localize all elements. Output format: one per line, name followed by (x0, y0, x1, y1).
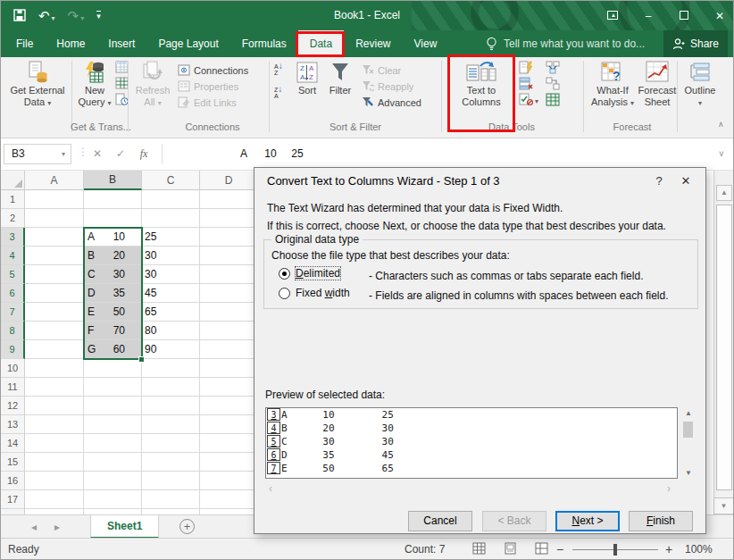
cell-C9[interactable]: 90 (142, 340, 200, 359)
cell[interactable] (142, 190, 200, 209)
advanced-filter-button[interactable]: Advanced (362, 95, 421, 110)
cell[interactable] (25, 284, 84, 303)
cell[interactable] (84, 434, 142, 453)
cell[interactable] (142, 434, 200, 453)
cell[interactable] (25, 453, 84, 472)
collapse-ribbon-button[interactable]: ∧ (718, 120, 724, 129)
share-button[interactable]: Share (663, 30, 728, 57)
vertical-scrollbar[interactable]: ▲ (713, 171, 734, 514)
cell-B3[interactable]: A10 (84, 228, 142, 247)
cell[interactable] (84, 453, 142, 472)
cell[interactable] (84, 472, 142, 490)
cell[interactable] (200, 228, 258, 247)
new-query-button[interactable]: New Query ▾ (74, 59, 115, 118)
forecast-sheet-button[interactable]: Forecast Sheet (637, 59, 678, 118)
sort-descending-button[interactable]: Z↓ A (274, 86, 282, 99)
cell[interactable] (200, 322, 258, 340)
cell[interactable] (25, 434, 84, 453)
redo-button[interactable]: ↷▾ (68, 9, 85, 22)
cell-B4[interactable]: B20 (84, 247, 142, 265)
close-button[interactable]: ✕ (712, 10, 728, 22)
preview-scroll-thumb[interactable] (683, 422, 693, 438)
zoom-in-button[interactable]: + (665, 539, 672, 560)
row-header-7[interactable]: 7 (1, 303, 25, 322)
tab-file[interactable]: File (4, 30, 45, 57)
cell[interactable] (142, 378, 200, 397)
cell[interactable] (142, 415, 200, 434)
cell-C3[interactable]: 25 (142, 228, 200, 247)
cell[interactable] (142, 359, 200, 378)
column-header-a[interactable]: A (25, 171, 84, 190)
row-header-2[interactable]: 2 (1, 209, 25, 228)
cell[interactable] (84, 397, 142, 415)
cell[interactable] (25, 397, 84, 415)
tab-view[interactable]: View (403, 30, 449, 57)
cell-B5[interactable]: C30 (84, 265, 142, 284)
preview-scroll-left-icon[interactable]: ‹ (269, 482, 272, 495)
cell[interactable] (84, 415, 142, 434)
cell[interactable] (200, 453, 258, 472)
cell-B7[interactable]: E50 (84, 303, 142, 322)
enter-entry-button[interactable]: ✓ (110, 144, 131, 164)
relationships-button[interactable] (546, 77, 560, 92)
cell[interactable] (25, 265, 84, 284)
preview-scroll-right-icon[interactable]: › (667, 482, 671, 495)
remove-duplicates-button[interactable] (519, 77, 533, 92)
row-header-4[interactable]: 4 (1, 247, 25, 265)
page-break-preview-button[interactable] (530, 542, 553, 557)
row-header-6[interactable]: 6 (1, 284, 25, 303)
cell[interactable] (200, 303, 258, 322)
dialog-help-button[interactable]: ? (650, 168, 668, 195)
zoom-slider-thumb[interactable] (613, 544, 617, 556)
cell[interactable] (200, 378, 258, 397)
tab-data[interactable]: Data (298, 30, 344, 57)
column-header-b[interactable]: B (84, 171, 142, 190)
save-button[interactable] (13, 9, 26, 23)
consolidate-button[interactable] (546, 61, 560, 76)
cell[interactable] (25, 303, 84, 322)
delimited-radio[interactable]: Delimited (279, 267, 340, 280)
row-header-3[interactable]: 3 (1, 228, 25, 247)
customize-qat-button[interactable]: ▾ (96, 11, 101, 21)
cell[interactable] (25, 490, 84, 509)
cell-C6[interactable]: 45 (142, 284, 200, 303)
row-header-10[interactable]: 10 (1, 359, 25, 378)
cell[interactable] (200, 190, 258, 209)
cell[interactable] (200, 247, 258, 265)
data-validation-caret-icon[interactable]: ▾ (535, 97, 538, 105)
recent-sources-clock-button[interactable] (115, 93, 129, 107)
tab-insert[interactable]: Insert (96, 30, 146, 57)
new-sheet-button[interactable]: + (179, 519, 195, 534)
restore-button[interactable] (676, 10, 692, 22)
cell[interactable] (142, 490, 200, 509)
cell[interactable] (142, 472, 200, 490)
next-sheet-button[interactable]: ▸ (54, 515, 60, 539)
properties-button[interactable]: Properties (178, 79, 238, 94)
refresh-all-button[interactable]: Refresh All ▾ (131, 59, 174, 118)
recent-sources-button[interactable] (115, 77, 129, 91)
data-validation-button[interactable] (519, 93, 533, 108)
row-header-17[interactable]: 17 (1, 490, 25, 509)
cell[interactable] (84, 359, 142, 378)
expand-formula-bar-button[interactable]: ˅ (713, 144, 730, 164)
preview-scroll-up-icon[interactable]: ▲ (681, 409, 696, 417)
row-header-8[interactable]: 8 (1, 322, 25, 340)
cell[interactable] (200, 209, 258, 228)
cell[interactable] (25, 190, 84, 209)
sort-button[interactable]: Z A A Z Sort (292, 59, 322, 118)
finish-button[interactable]: Finish (629, 511, 693, 531)
cell[interactable] (142, 453, 200, 472)
cell-C4[interactable]: 30 (142, 247, 200, 265)
outline-button[interactable]: Outline ▾ (681, 59, 719, 118)
insert-function-button[interactable]: fx (133, 144, 154, 164)
cancel-button[interactable]: Cancel (408, 511, 472, 531)
row-header-16[interactable]: 16 (1, 472, 25, 490)
tab-page-layout[interactable]: Page Layout (146, 30, 229, 57)
cell[interactable] (200, 472, 258, 490)
back-button[interactable]: < Back (482, 511, 546, 531)
cell[interactable] (84, 190, 142, 209)
preview-vertical-scrollbar[interactable]: ▲ ▼ (681, 407, 696, 479)
cell[interactable] (200, 340, 258, 359)
scroll-up-button[interactable]: ▲ (716, 185, 732, 201)
text-to-columns-button[interactable]: Text to Columns (452, 59, 511, 118)
